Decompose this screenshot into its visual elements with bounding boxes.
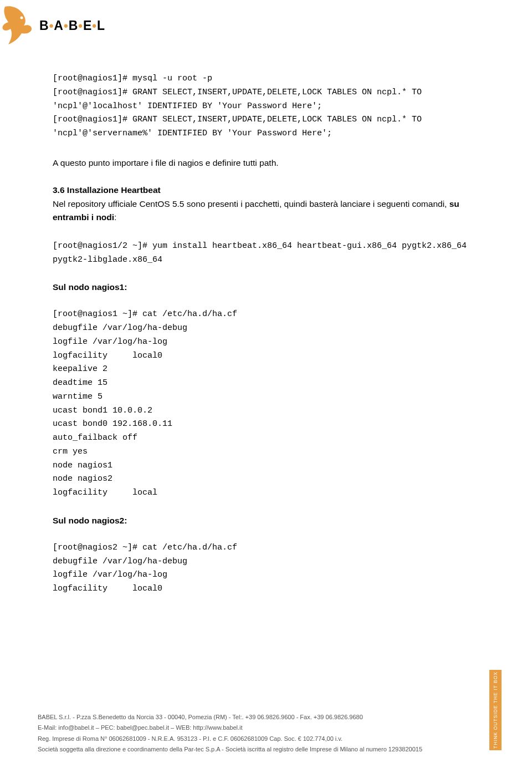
code-block-grant: [root@nagios1]# mysql -u root -p [root@n… xyxy=(53,72,479,141)
footer-line-2: E-Mail: info@babel.it – PEC: babel@pec.b… xyxy=(38,723,422,733)
code-block-yum: [root@nagios1/2 ~]# yum install heartbea… xyxy=(53,240,479,267)
para2-part-c: : xyxy=(114,212,116,222)
heading-nodo2: Sul nodo nagios2: xyxy=(53,516,479,526)
footer-line-1: BABEL S.r.l. - P.zza S.Benedetto da Norc… xyxy=(38,712,422,723)
para2-part-a: Nel repository ufficiale CentOS 5.5 sono… xyxy=(53,199,449,208)
fish-icon xyxy=(2,6,33,45)
logo: B•A•B•E•L xyxy=(2,6,479,45)
side-tag: THINK OUTSIDE THE IT BOX xyxy=(489,670,502,750)
paragraph-import: A questo punto importare i file di nagio… xyxy=(53,156,479,170)
code-block-hacf-1: [root@nagios1 ~]# cat /etc/ha.d/ha.cf de… xyxy=(53,308,479,500)
logo-text: B•A•B•E•L xyxy=(39,18,105,33)
heading-nodo1: Sul nodo nagios1: xyxy=(53,282,479,292)
paragraph-repository: Nel repository ufficiale CentOS 5.5 sono… xyxy=(53,197,479,224)
footer-line-3: Reg. Imprese di Roma N° 06062681009 - N.… xyxy=(38,734,422,744)
heading-heartbeat: 3.6 Installazione Heartbeat xyxy=(53,185,479,195)
code-block-hacf-2: [root@nagios2 ~]# cat /etc/ha.d/ha.cf de… xyxy=(53,541,479,596)
svg-point-0 xyxy=(21,17,23,19)
footer-line-4: Società soggetta alla direzione e coordi… xyxy=(38,744,422,755)
page-container: B•A•B•E•L [root@nagios1]# mysql -u root … xyxy=(0,0,532,768)
footer: BABEL S.r.l. - P.zza S.Benedetto da Norc… xyxy=(38,712,422,755)
